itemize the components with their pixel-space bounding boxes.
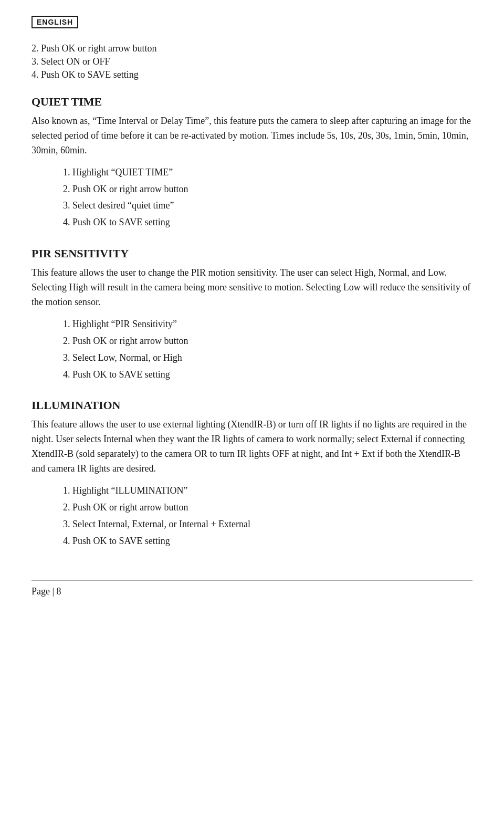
intro-step2: 2. Push OK or right arrow button <box>32 43 472 54</box>
quiet-time-step4: 4. Push OK to SAVE setting <box>63 215 472 230</box>
illumination-description: This feature allows the user to use exte… <box>32 417 472 476</box>
page-number: Page | 8 <box>32 586 61 597</box>
illumination-step1: 1. Highlight “ILLUMINATION” <box>63 484 472 498</box>
illumination-section: ILLUMINATION This feature allows the use… <box>32 399 472 548</box>
pir-sensitivity-step4: 4. Push OK to SAVE setting <box>63 368 472 382</box>
pir-sensitivity-section: PIR SENSITIVITY This feature allows the … <box>32 247 472 382</box>
intro-step4: 4. Push OK to SAVE setting <box>32 69 472 80</box>
quiet-time-step3: 3. Select desired “quiet time” <box>63 198 472 213</box>
pir-sensitivity-step2: 2. Push OK or right arrow button <box>63 334 472 349</box>
illumination-step3: 3. Select Internal, External, or Interna… <box>63 517 472 532</box>
english-label: ENGLISH <box>32 16 78 28</box>
pir-sensitivity-steps: 1. Highlight “PIR Sensitivity” 2. Push O… <box>63 317 472 382</box>
quiet-time-title: QUIET TIME <box>32 95 472 109</box>
intro-steps: 2. Push OK or right arrow button 3. Sele… <box>32 43 472 80</box>
pir-sensitivity-title: PIR SENSITIVITY <box>32 247 472 260</box>
pir-sensitivity-description: This feature allows the user to change t… <box>32 266 472 310</box>
quiet-time-section: QUIET TIME Also known as, “Time Interval… <box>32 95 472 230</box>
pir-sensitivity-step1: 1. Highlight “PIR Sensitivity” <box>63 317 472 332</box>
pir-sensitivity-step3: 3. Select Low, Normal, or High <box>63 351 472 365</box>
quiet-time-step1: 1. Highlight “QUIET TIME” <box>63 165 472 180</box>
illumination-steps: 1. Highlight “ILLUMINATION” 2. Push OK o… <box>63 484 472 549</box>
quiet-time-steps: 1. Highlight “QUIET TIME” 2. Push OK or … <box>63 165 472 231</box>
illumination-step2: 2. Push OK or right arrow button <box>63 500 472 515</box>
illumination-title: ILLUMINATION <box>32 399 472 412</box>
quiet-time-description: Also known as, “Time Interval or Delay T… <box>32 114 472 158</box>
illumination-step4: 4. Push OK to SAVE setting <box>63 534 472 549</box>
intro-step3: 3. Select ON or OFF <box>32 56 472 67</box>
quiet-time-step2: 2. Push OK or right arrow button <box>63 182 472 197</box>
page-footer: Page | 8 <box>32 580 472 597</box>
